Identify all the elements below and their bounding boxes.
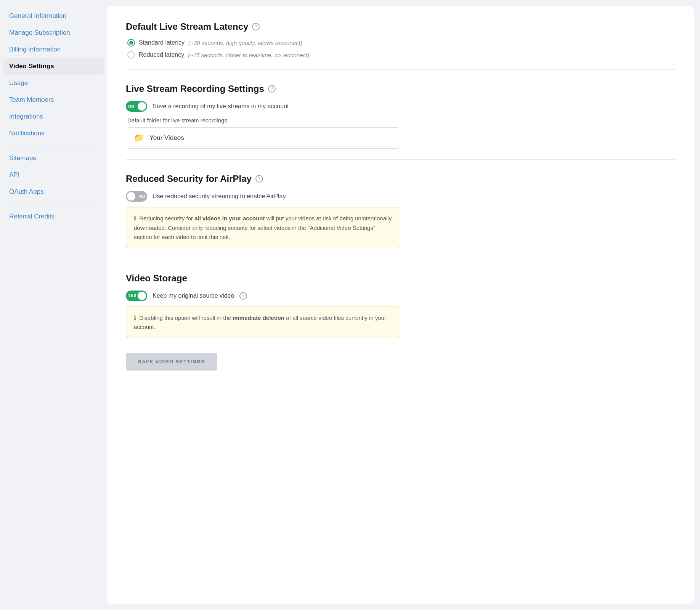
radio-description-reduced: (~15 seconds, closer to real-time, no re… — [188, 52, 309, 58]
warning-box-storage: ℹ Disabling this option will result in t… — [126, 307, 400, 339]
radio-circle-standard — [127, 39, 135, 47]
section-video-storage: Video Storage — [126, 273, 675, 284]
sidebar: General Information Manage Subscription … — [0, 0, 107, 610]
toggle-knob-storage — [138, 292, 146, 300]
radio-group-latency: Standard latency (~30 seconds, high qual… — [127, 39, 675, 59]
section-title-storage: Video Storage — [126, 273, 187, 284]
toggle-knob-recording — [138, 102, 146, 111]
save-video-settings-button[interactable]: SAVE VIDEO SETTINGS — [126, 353, 217, 371]
toggle-text-airplay: Use reduced security streaming to enable… — [153, 193, 286, 200]
toggle-knob-airplay — [127, 192, 135, 201]
sidebar-item-video-settings[interactable]: Video Settings — [3, 58, 104, 75]
toggle-label-airplay: NO — [139, 194, 145, 199]
radio-label-reduced: Reduced latency — [139, 51, 184, 58]
divider-2 — [126, 159, 675, 160]
sidebar-item-referral-credits[interactable]: Referral Credits — [0, 208, 107, 225]
warning-prefix-airplay: Reducing security for — [139, 215, 194, 222]
toggle-airplay[interactable]: NO — [126, 191, 147, 202]
radio-option-standard-latency[interactable]: Standard latency (~30 seconds, high qual… — [127, 39, 675, 47]
warning-prefix-storage: Disabling this option will result in the — [139, 315, 233, 321]
radio-label-standard: Standard latency — [139, 39, 185, 46]
toggle-storage[interactable]: YES — [126, 291, 147, 301]
toggle-container-airplay: NO Use reduced security streaming to ena… — [126, 191, 675, 202]
sidebar-item-notifications[interactable]: Notifications — [0, 125, 107, 142]
main-content: Default Live Stream Latency ? Standard l… — [107, 6, 694, 604]
toggle-label-recording: ON — [128, 104, 134, 109]
toggle-recording[interactable]: ON — [126, 101, 147, 112]
sidebar-item-sitemaps[interactable]: Sitemaps — [0, 150, 107, 167]
warning-icon-airplay: ℹ — [134, 215, 136, 222]
divider-1 — [126, 69, 675, 70]
warning-icon-storage: ℹ — [134, 315, 136, 321]
section-reduced-security: Reduced Security for AirPlay ? — [126, 173, 675, 184]
section-default-live-stream-latency: Default Live Stream Latency ? — [126, 21, 675, 32]
radio-description-standard: (~30 seconds, high quality, allows recon… — [188, 40, 302, 46]
toggle-text-recording: Save a recording of my live streams in m… — [153, 103, 289, 110]
toggle-container-storage: YES Keep my original source video ? — [126, 291, 675, 301]
radio-circle-reduced — [127, 51, 135, 59]
sidebar-divider-2 — [9, 204, 98, 204]
toggle-label-storage: YES — [128, 294, 136, 298]
section-title-airplay: Reduced Security for AirPlay — [126, 173, 252, 184]
sidebar-item-general-information[interactable]: General Information — [0, 8, 107, 24]
help-icon-recording[interactable]: ? — [268, 85, 276, 93]
section-title-latency: Default Live Stream Latency — [126, 21, 248, 32]
warning-bold-storage: immediate deletion — [233, 315, 284, 321]
folder-label: Default folder for live stream recording… — [127, 117, 675, 124]
radio-option-reduced-latency[interactable]: Reduced latency (~15 seconds, closer to … — [127, 51, 675, 59]
help-icon-latency[interactable]: ? — [252, 23, 260, 30]
section-live-stream-recording: Live Stream Recording Settings ? — [126, 83, 675, 94]
help-icon-airplay[interactable]: ? — [255, 175, 263, 183]
toggle-text-storage: Keep my original source video — [153, 292, 234, 299]
sidebar-item-billing-information[interactable]: Billing Information — [0, 41, 107, 58]
sidebar-item-usage[interactable]: Usage — [0, 75, 107, 92]
sidebar-item-api[interactable]: API — [0, 167, 107, 183]
sidebar-item-integrations[interactable]: Integrations — [0, 108, 107, 125]
section-title-recording: Live Stream Recording Settings — [126, 83, 264, 94]
warning-box-airplay: ℹ Reducing security for all videos in yo… — [126, 207, 400, 248]
help-icon-storage[interactable]: ? — [239, 292, 247, 300]
sidebar-item-manage-subscription[interactable]: Manage Subscription — [0, 24, 107, 41]
folder-icon: 📁 — [134, 133, 144, 143]
folder-name: Your Videos — [149, 134, 184, 142]
sidebar-item-oauth-apps[interactable]: OAuth Apps — [0, 183, 107, 200]
sidebar-divider-1 — [9, 146, 98, 146]
toggle-container-recording: ON Save a recording of my live streams i… — [126, 101, 675, 112]
divider-3 — [126, 259, 675, 259]
warning-bold-airplay: all videos in your account — [194, 215, 265, 222]
sidebar-item-team-members[interactable]: Team Members — [0, 92, 107, 108]
folder-box[interactable]: 📁 Your Videos — [126, 127, 400, 149]
